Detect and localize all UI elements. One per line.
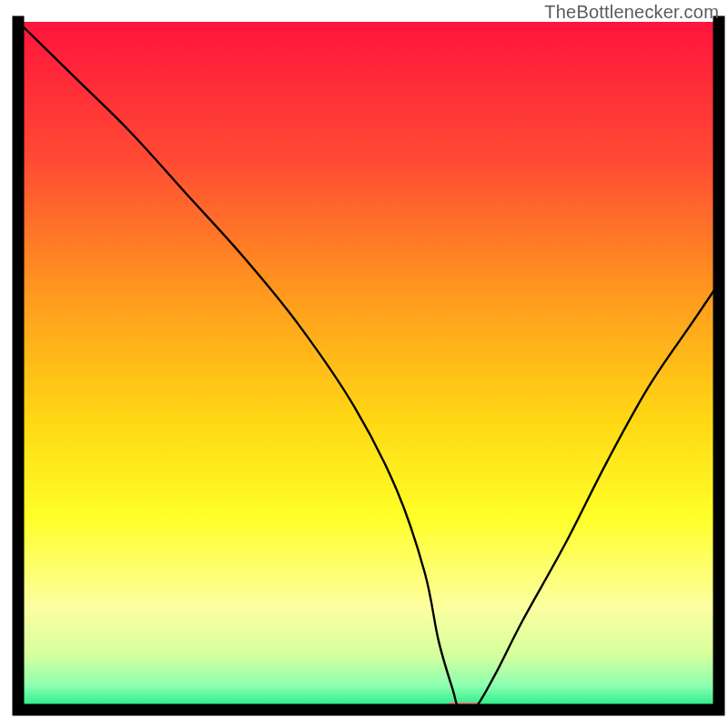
watermark-text: TheBottlenecker.com [544,2,719,23]
chart-container: { "watermark": "TheBottlenecker.com", "c… [0,0,728,728]
bottleneck-chart [0,0,728,728]
